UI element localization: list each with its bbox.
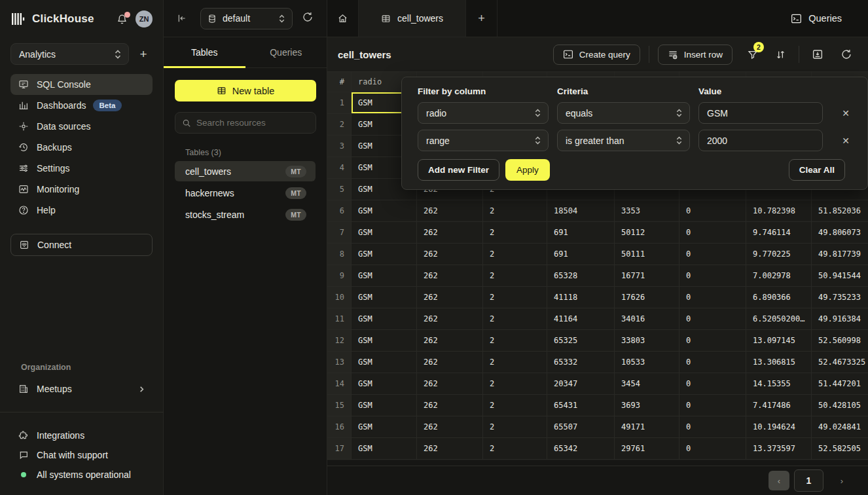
- table-cell[interactable]: GSM: [352, 330, 417, 352]
- table-cell[interactable]: 49.024841: [812, 416, 868, 438]
- table-cell[interactable]: GSM: [352, 200, 417, 222]
- remove-filter-icon[interactable]: ✕: [837, 132, 855, 150]
- table-cell[interactable]: GSM: [352, 438, 417, 460]
- table-cell[interactable]: 65507: [547, 416, 615, 438]
- sidebar-item-help[interactable]: Help: [10, 200, 153, 221]
- database-select[interactable]: default: [200, 8, 293, 29]
- table-cell[interactable]: 262: [417, 330, 483, 352]
- table-cell[interactable]: 0: [679, 373, 746, 395]
- table-cell[interactable]: 262: [417, 438, 483, 460]
- table-cell[interactable]: 52.4673325: [812, 352, 868, 373]
- filter-column-select[interactable]: radio: [418, 102, 549, 124]
- refresh-tables-icon[interactable]: [302, 11, 316, 26]
- table-cell[interactable]: 0: [679, 438, 746, 460]
- sidebar-item-monitoring[interactable]: Monitoring: [10, 179, 153, 200]
- table-cell[interactable]: 3693: [615, 395, 679, 416]
- sidebar-item-integrations[interactable]: Integrations: [10, 426, 153, 445]
- table-list-item-cell-towers[interactable]: cell_towers MT: [175, 161, 316, 181]
- table-list-item-stocks-stream[interactable]: stocks_stream MT: [175, 204, 316, 225]
- refresh-button[interactable]: [837, 45, 856, 64]
- table-cell[interactable]: 50112: [615, 222, 679, 244]
- search-resources-box[interactable]: [175, 112, 316, 134]
- table-cell[interactable]: 10.194624: [746, 416, 812, 438]
- insert-row-button[interactable]: Insert row: [658, 45, 732, 65]
- table-cell[interactable]: 52.560998: [812, 330, 868, 352]
- table-cell[interactable]: 49.916384: [812, 308, 868, 330]
- table-cell[interactable]: 34016: [615, 308, 679, 330]
- table-cell[interactable]: 691: [547, 244, 615, 265]
- table-cell[interactable]: GSM: [352, 395, 417, 416]
- table-cell[interactable]: 14.15355: [746, 373, 812, 395]
- table-cell[interactable]: 2: [483, 244, 547, 265]
- sidebar-item-settings[interactable]: Settings: [10, 158, 153, 179]
- add-filter-button[interactable]: Add new Filter: [418, 159, 499, 181]
- filter-column-select[interactable]: range: [418, 130, 549, 151]
- table-cell[interactable]: 262: [417, 416, 483, 438]
- table-cell[interactable]: 2: [483, 416, 547, 438]
- table-cell[interactable]: 41164: [547, 308, 615, 330]
- table-cell[interactable]: GSM: [352, 244, 417, 265]
- table-cell[interactable]: 13.373597: [746, 438, 812, 460]
- add-workspace-button[interactable]: +: [134, 45, 153, 64]
- table-cell[interactable]: 17626: [615, 287, 679, 308]
- table-cell[interactable]: 262: [417, 244, 483, 265]
- search-input[interactable]: [196, 118, 301, 128]
- filter-button[interactable]: 2: [743, 45, 763, 64]
- table-cell[interactable]: 20347: [547, 373, 615, 395]
- table-cell[interactable]: 262: [417, 287, 483, 308]
- table-cell[interactable]: 0: [679, 287, 746, 308]
- table-cell[interactable]: 0: [679, 330, 746, 352]
- table-cell[interactable]: 65328: [547, 265, 615, 287]
- table-cell[interactable]: 41118: [547, 287, 615, 308]
- table-cell[interactable]: 10.782398: [746, 200, 812, 222]
- table-cell[interactable]: 50.941544: [812, 265, 868, 287]
- filter-value-input[interactable]: [698, 130, 823, 151]
- table-list-item-hackernews[interactable]: hackernews MT: [175, 183, 316, 203]
- table-cell[interactable]: 50111: [615, 244, 679, 265]
- remove-filter-icon[interactable]: ✕: [837, 104, 855, 122]
- table-cell[interactable]: 29761: [615, 438, 679, 460]
- table-cell[interactable]: 2: [483, 222, 547, 244]
- filter-criteria-select[interactable]: equals: [557, 102, 690, 124]
- table-cell[interactable]: 50.428105: [812, 395, 868, 416]
- table-cell[interactable]: 262: [417, 395, 483, 416]
- table-cell[interactable]: 49.735233: [812, 287, 868, 308]
- table-cell[interactable]: GSM: [352, 352, 417, 373]
- table-cell[interactable]: 51.447201: [812, 373, 868, 395]
- queries-button[interactable]: Queries: [791, 0, 868, 37]
- system-status[interactable]: All systems operational: [10, 465, 153, 485]
- table-cell[interactable]: 2: [483, 373, 547, 395]
- clear-all-button[interactable]: Clear All: [789, 159, 845, 181]
- new-tab-button[interactable]: +: [466, 0, 497, 37]
- table-cell[interactable]: 65332: [547, 352, 615, 373]
- avatar[interactable]: ZN: [136, 10, 153, 28]
- table-cell[interactable]: 2: [483, 438, 547, 460]
- table-cell[interactable]: GSM: [352, 222, 417, 244]
- tab-cell-towers[interactable]: cell_towers: [359, 0, 466, 37]
- table-cell[interactable]: 65431: [547, 395, 615, 416]
- workspace-select[interactable]: Analytics: [10, 43, 129, 65]
- table-cell[interactable]: 3454: [615, 373, 679, 395]
- table-cell[interactable]: 2: [483, 200, 547, 222]
- table-cell[interactable]: 2: [483, 265, 547, 287]
- sidebar-item-chat-support[interactable]: Chat with support: [10, 445, 153, 465]
- table-cell[interactable]: 18504: [547, 200, 615, 222]
- table-cell[interactable]: 2: [483, 330, 547, 352]
- table-cell[interactable]: 2: [483, 395, 547, 416]
- tab-tables[interactable]: Tables: [164, 37, 245, 67]
- table-cell[interactable]: 0: [679, 308, 746, 330]
- table-cell[interactable]: 2: [483, 352, 547, 373]
- table-cell[interactable]: 0: [679, 222, 746, 244]
- sidebar-item-sql-console[interactable]: SQL Console: [10, 74, 153, 95]
- table-cell[interactable]: 0: [679, 200, 746, 222]
- sidebar-item-dashboards[interactable]: Dashboards Beta: [10, 95, 153, 116]
- apply-button[interactable]: Apply: [505, 159, 550, 181]
- next-page-button[interactable]: ›: [833, 471, 851, 490]
- collapse-sidebar-icon[interactable]: [174, 10, 190, 26]
- table-cell[interactable]: GSM: [352, 416, 417, 438]
- table-cell[interactable]: 13.097145: [746, 330, 812, 352]
- table-cell[interactable]: 9.770225: [746, 244, 812, 265]
- table-cell[interactable]: 6.890366: [746, 287, 812, 308]
- connect-button[interactable]: Connect: [10, 234, 153, 256]
- table-cell[interactable]: 0: [679, 352, 746, 373]
